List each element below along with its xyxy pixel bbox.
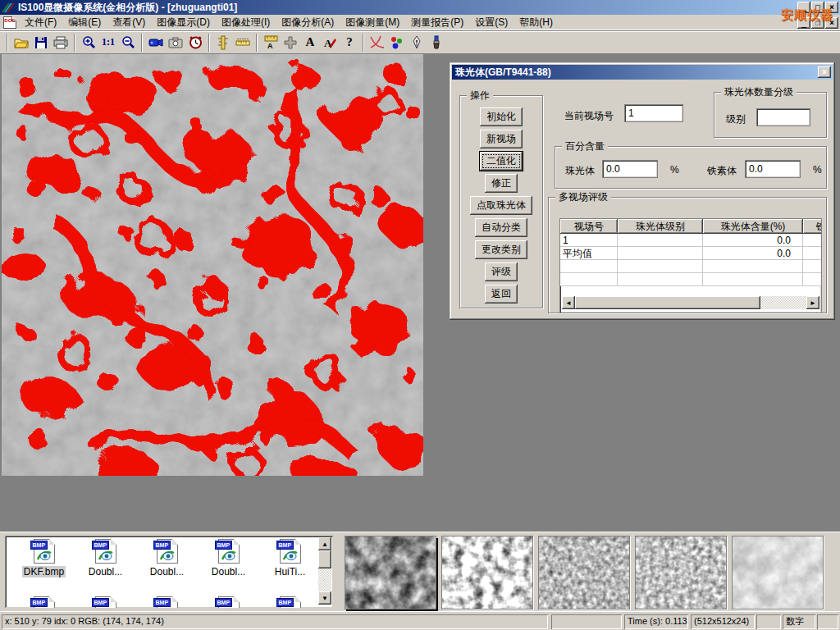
timer-button[interactable] [185, 33, 205, 52]
scroll-down-button[interactable]: ▼ [318, 591, 331, 605]
thumbnail-image[interactable] [538, 536, 630, 609]
change-class-button[interactable]: 更改类别 [475, 240, 527, 259]
help-button[interactable]: ? [340, 33, 359, 52]
brush-tool-button[interactable] [427, 33, 446, 52]
menu-image-measure[interactable]: 图像测量(M) [340, 14, 405, 31]
ferrite-percent-input[interactable] [746, 161, 800, 177]
file-vscrollbar[interactable]: ▲ ▼ [318, 537, 331, 605]
file-item[interactable]: BMP [198, 596, 259, 608]
table-row[interactable]: 1 0.0 [560, 234, 821, 247]
toolbar-separator [7, 34, 8, 52]
child-minimize-button[interactable]: _ [797, 17, 810, 29]
thumbnail-image[interactable] [441, 536, 533, 609]
auto-classify-button[interactable]: 自动分类 [475, 218, 527, 237]
hscroll-track[interactable] [760, 296, 806, 309]
document-icon[interactable]: DOC [3, 16, 16, 29]
grid-cross-icon [284, 36, 297, 49]
file-item[interactable]: BMP [75, 596, 136, 608]
binarize-button[interactable]: 二值化 [480, 152, 523, 171]
menu-file[interactable]: 文件(F) [19, 14, 62, 31]
menu-report[interactable]: 测量报告(P) [405, 14, 469, 31]
dialog-titlebar[interactable]: 珠光体(GB/T9441-88) × [452, 65, 833, 80]
video-capture-button[interactable] [146, 33, 166, 52]
percent-group: 百分含量 珠光体 % 铁素体 % [555, 146, 827, 189]
print-button[interactable] [51, 33, 71, 52]
minimize-button[interactable]: _ [797, 2, 810, 13]
zoom-in-button[interactable] [79, 33, 98, 52]
pick-pearlite-button[interactable]: 点取珠光体 [470, 196, 532, 215]
status-empty-1 [551, 614, 622, 629]
file-item[interactable]: BMP Doubl... [136, 539, 198, 578]
toolbar-separator [208, 34, 210, 52]
multi-field-group: 多视场评级 视场号 珠光体级别 珠光体含量(%) 铁素体含量(%) 1 0.0 … [548, 197, 827, 313]
snapshot-button[interactable] [166, 33, 185, 52]
return-button[interactable]: 返回 [485, 285, 518, 304]
close-button[interactable]: × [825, 2, 838, 13]
menu-help[interactable]: 帮助(H) [514, 14, 559, 31]
file-item[interactable]: BMP Doubl... [75, 539, 136, 578]
text-a-icon: A [306, 35, 315, 49]
scroll-right-button[interactable]: ► [806, 296, 819, 309]
thumbnail-image[interactable] [635, 536, 727, 609]
dialog-close-button[interactable]: × [818, 66, 831, 78]
actual-size-button[interactable]: 1:1 [98, 33, 118, 52]
menu-view[interactable]: 查看(V) [107, 14, 151, 31]
file-item[interactable]: BMP DKF.bmp [13, 539, 75, 578]
text-button[interactable]: A [300, 33, 320, 52]
ruler-button[interactable] [233, 33, 253, 52]
menu-edit[interactable]: 编辑(E) [62, 14, 107, 31]
menu-image-display[interactable]: 图像显示(D) [151, 14, 216, 31]
hscroll-thumb[interactable] [575, 296, 760, 309]
file-item[interactable]: BMP [136, 596, 198, 608]
brush-icon [431, 35, 442, 49]
thumbnail-image[interactable] [732, 536, 824, 609]
video-camera-icon [148, 37, 163, 48]
measure-text-button[interactable]: A [261, 33, 281, 52]
file-name: HuiTi... [273, 566, 308, 578]
table-row[interactable] [560, 273, 821, 286]
current-field-input[interactable] [625, 105, 682, 121]
pearlite-percent-sign: % [670, 164, 679, 176]
new-field-button[interactable]: 新视场 [480, 130, 523, 148]
maximize-button[interactable]: □ [811, 2, 824, 13]
level-input[interactable] [757, 109, 810, 126]
table-row[interactable] [560, 260, 821, 273]
correct-button[interactable]: 修正 [485, 174, 518, 193]
metallographic-image[interactable] [2, 54, 423, 476]
pearlite-percent-input[interactable] [603, 161, 657, 177]
clock-icon [189, 35, 203, 49]
file-item[interactable]: BMP Doubl... [198, 539, 259, 578]
thumbnail-image[interactable] [345, 536, 436, 609]
table-hscrollbar[interactable]: ◄ ► [562, 296, 819, 309]
annotate-button[interactable]: A [320, 33, 340, 52]
point-classify-button[interactable] [387, 33, 407, 52]
menu-settings[interactable]: 设置(S) [469, 14, 514, 31]
scroll-up-button[interactable]: ▲ [318, 537, 331, 550]
table-row[interactable]: 平均值 0.0 [560, 247, 821, 260]
vscroll-thumb[interactable] [318, 550, 331, 568]
grid-button[interactable] [281, 33, 300, 52]
zoom-out-button[interactable] [118, 33, 138, 52]
pen-tool-button[interactable] [407, 33, 427, 52]
curve-tool-button[interactable] [368, 33, 387, 52]
child-close-button[interactable]: × [825, 17, 838, 29]
vertical-caliper-icon [217, 35, 229, 50]
init-button[interactable]: 初始化 [480, 107, 523, 126]
status-time: Time (s): 0.113 [624, 614, 688, 629]
child-restore-button[interactable]: ❐ [811, 17, 824, 29]
menu-image-analysis[interactable]: 图像分析(A) [276, 14, 340, 31]
menu-image-process[interactable]: 图像处理(I) [216, 14, 276, 31]
scroll-left-button[interactable]: ◄ [562, 296, 575, 309]
status-empty-2 [756, 614, 781, 629]
file-item[interactable]: BMP HuiTi... [259, 539, 321, 578]
file-item[interactable]: BMP [13, 596, 75, 608]
save-button[interactable] [31, 33, 51, 52]
caliper-button[interactable] [213, 33, 233, 52]
grading-group-label: 珠光体数量分级 [721, 86, 797, 98]
open-file-button[interactable] [11, 33, 31, 52]
file-item[interactable]: BMP [259, 596, 321, 608]
col-pearlite-level: 珠光体级别 [618, 219, 703, 234]
current-field-label: 当前视场号 [564, 109, 614, 123]
status-position: x: 510 y: 79 idx: 0 RGB: (174, 174, 174) [2, 614, 548, 629]
rate-button[interactable]: 评级 [485, 262, 518, 281]
